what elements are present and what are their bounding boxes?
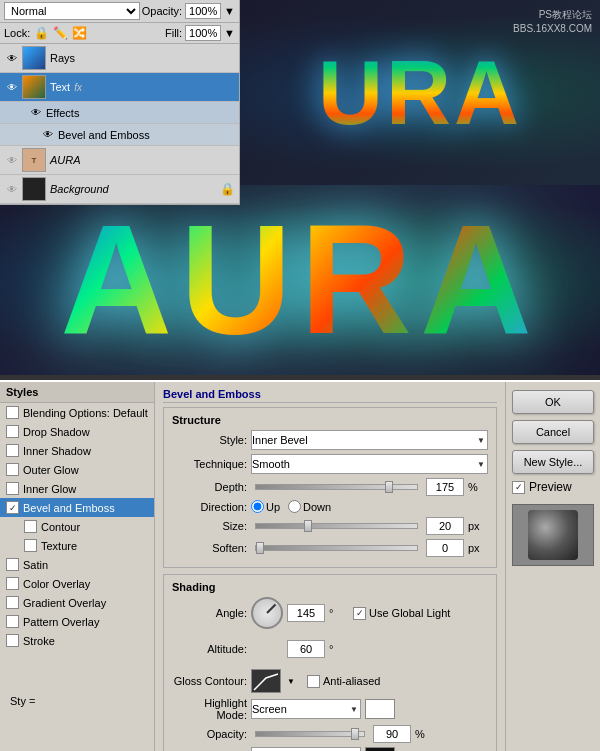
lock-icon-3[interactable]: 🔀 [72, 26, 87, 40]
layer-text[interactable]: 👁 Text fx [0, 73, 239, 102]
style-texture[interactable]: Texture [0, 536, 154, 555]
ok-button[interactable]: OK [512, 390, 594, 414]
soften-slider-thumb[interactable] [256, 542, 264, 554]
radio-up[interactable]: Up [251, 500, 280, 513]
cancel-button[interactable]: Cancel [512, 420, 594, 444]
cb-texture[interactable] [24, 539, 37, 552]
style-gradient-overlay[interactable]: Gradient Overlay [0, 593, 154, 612]
technique-select[interactable]: Smooth [251, 454, 488, 474]
style-outer-glow[interactable]: Outer Glow [0, 460, 154, 479]
depth-input[interactable] [426, 478, 464, 496]
style-select[interactable]: Inner Bevel [251, 430, 488, 450]
blend-mode-select[interactable]: Normal [4, 2, 140, 20]
style-field-label: Style: [172, 434, 247, 446]
size-input[interactable] [426, 517, 464, 535]
size-slider-thumb[interactable] [304, 520, 312, 532]
cb-satin[interactable] [6, 558, 19, 571]
sublayer-bevel[interactable]: 👁 Bevel and Emboss [0, 124, 239, 146]
cb-outer-glow[interactable] [6, 463, 19, 476]
eye-text[interactable]: 👁 [4, 79, 20, 95]
preview-inner [528, 510, 578, 560]
style-inner-shadow[interactable]: Inner Shadow [0, 441, 154, 460]
direction-label: Direction: [172, 501, 247, 513]
global-light-check[interactable]: Use Global Light [353, 607, 450, 620]
eye-effects[interactable]: 👁 [28, 105, 44, 121]
sublayer-effects[interactable]: 👁 Effects [0, 102, 239, 124]
cb-inner-shadow[interactable] [6, 444, 19, 457]
thumb-aura: T [22, 148, 46, 172]
angle-dial[interactable] [251, 597, 283, 629]
cb-global-light[interactable] [353, 607, 366, 620]
bevel-section-title: Bevel and Emboss [163, 388, 497, 403]
cb-inner-glow[interactable] [6, 482, 19, 495]
technique-select-wrap: Smooth ▼ [251, 454, 488, 474]
eye-aura[interactable]: 👁 [4, 152, 20, 168]
soften-unit: px [468, 542, 488, 554]
angle-input[interactable] [287, 604, 325, 622]
opacity-input[interactable] [185, 3, 221, 19]
cb-pattern-overlay[interactable] [6, 615, 19, 628]
style-satin[interactable]: Satin [0, 555, 154, 574]
fill-input[interactable] [185, 25, 221, 41]
aura-top-text: URA [318, 41, 522, 144]
radio-up-label: Up [266, 501, 280, 513]
shadow-color[interactable] [365, 747, 395, 751]
style-stroke[interactable]: Stroke [0, 631, 154, 650]
new-style-button[interactable]: New Style... [512, 450, 594, 474]
radio-down-input[interactable] [288, 500, 301, 513]
fx-badge: fx [74, 82, 82, 93]
lock-icon-1[interactable]: 🔒 [34, 26, 49, 40]
soften-slider[interactable] [255, 545, 418, 551]
gloss-contour-label: Gloss Contour: [172, 675, 247, 687]
soften-input[interactable] [426, 539, 464, 557]
technique-field-label: Technique: [172, 458, 247, 470]
style-bevel[interactable]: Bevel and Emboss [0, 498, 154, 517]
layer-aura[interactable]: 👁 T AURA [0, 146, 239, 175]
style-inner-glow[interactable]: Inner Glow [0, 479, 154, 498]
highlight-color[interactable] [365, 699, 395, 719]
cb-stroke[interactable] [6, 634, 19, 647]
depth-slider[interactable] [255, 484, 418, 490]
soften-label: Soften: [172, 542, 247, 554]
style-contour[interactable]: Contour [0, 517, 154, 536]
opacity-arrow[interactable]: ▼ [224, 5, 235, 17]
style-drop-shadow[interactable]: Drop Shadow [0, 422, 154, 441]
highlight-opacity-input[interactable] [373, 725, 411, 743]
altitude-input[interactable] [287, 640, 325, 658]
size-slider[interactable] [255, 523, 418, 529]
cb-anti-aliased[interactable] [307, 675, 320, 688]
radio-down-label: Down [303, 501, 331, 513]
layer-rays[interactable]: 👁 Rays [0, 44, 239, 73]
shadow-select[interactable]: Multiply [251, 747, 361, 751]
cb-bevel[interactable] [6, 501, 19, 514]
layer-bg-name: Background [50, 183, 109, 195]
depth-slider-thumb[interactable] [385, 481, 393, 493]
cb-blending[interactable] [6, 406, 19, 419]
style-stroke-label: Stroke [23, 635, 55, 647]
style-color-overlay[interactable]: Color Overlay [0, 574, 154, 593]
radio-down[interactable]: Down [288, 500, 331, 513]
fill-arrow[interactable]: ▼ [224, 27, 235, 39]
cb-gradient-overlay[interactable] [6, 596, 19, 609]
highlight-opacity-thumb[interactable] [351, 728, 359, 740]
eye-bg[interactable]: 👁 [4, 181, 20, 197]
anti-aliased-check[interactable]: Anti-aliased [307, 675, 380, 688]
highlight-opacity-slider[interactable] [255, 731, 365, 737]
cb-color-overlay[interactable] [6, 577, 19, 590]
contour-preview[interactable] [251, 669, 281, 693]
style-blending[interactable]: Blending Options: Default [0, 403, 154, 422]
layers-toolbar: Normal Opacity: ▼ [0, 0, 239, 23]
style-pattern-overlay[interactable]: Pattern Overlay [0, 612, 154, 631]
cb-preview[interactable] [512, 481, 525, 494]
layer-background[interactable]: 👁 Background 🔒 [0, 175, 239, 204]
eye-rays[interactable]: 👁 [4, 50, 20, 66]
cb-drop-shadow[interactable] [6, 425, 19, 438]
eye-bevel[interactable]: 👁 [40, 127, 56, 143]
watermark: PS教程论坛 BBS.16XX8.COM [513, 8, 592, 36]
lock-icon-2[interactable]: ✏️ [53, 26, 68, 40]
highlight-row: Highlight Mode: Screen ▼ [172, 697, 488, 721]
contour-arrow[interactable]: ▼ [287, 677, 295, 686]
cb-contour[interactable] [24, 520, 37, 533]
highlight-select[interactable]: Screen [251, 699, 361, 719]
radio-up-input[interactable] [251, 500, 264, 513]
